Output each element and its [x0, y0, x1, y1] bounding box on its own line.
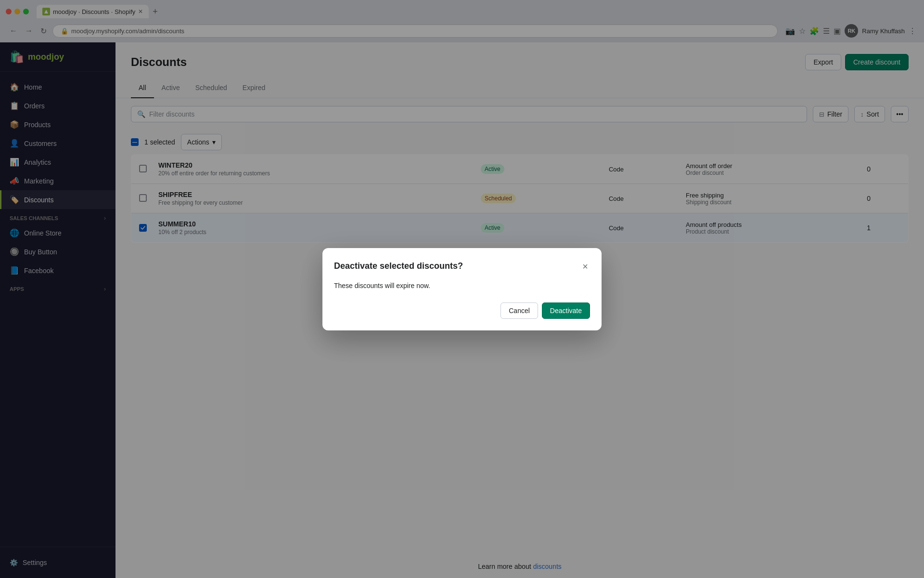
modal-title: Deactivate selected discounts? [334, 261, 463, 271]
deactivate-button[interactable]: Deactivate [542, 302, 590, 319]
modal-overlay[interactable]: Deactivate selected discounts? × These d… [0, 0, 924, 578]
modal-body: These discounts will expire now. [334, 281, 590, 291]
modal-header: Deactivate selected discounts? × [334, 260, 590, 273]
modal-footer: Cancel Deactivate [334, 302, 590, 319]
modal-body-text: These discounts will expire now. [334, 281, 590, 291]
deactivate-modal: Deactivate selected discounts? × These d… [322, 248, 602, 330]
modal-close-button[interactable]: × [580, 260, 590, 273]
cancel-button[interactable]: Cancel [500, 302, 538, 319]
